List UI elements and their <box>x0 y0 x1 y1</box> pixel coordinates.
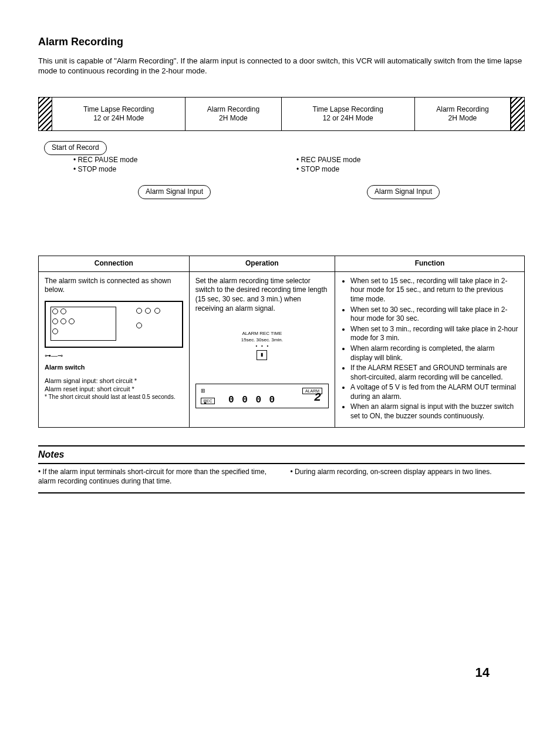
alarm-switch-label: Alarm switch <box>45 363 183 371</box>
conn-note: Alarm signal input: short circuit * <box>45 377 183 385</box>
alarm-signal-label: Alarm Signal Input <box>367 185 440 199</box>
connection-diagram <box>45 301 183 348</box>
mode-item: REC PAUSE mode <box>296 156 360 165</box>
timeline-cell: Time Lapse Recording 12 or 24H Mode <box>52 98 185 130</box>
rec-indicator: REC <box>201 398 215 404</box>
connection-operation-function-table: Connection Operation Function The alarm … <box>38 256 525 428</box>
conn-note: Alarm reset input: short circuit * <box>45 385 183 393</box>
mode-item: STOP mode <box>73 165 137 174</box>
timeline-cell-sub: 12 or 24H Mode <box>93 114 144 123</box>
mode-item: STOP mode <box>296 165 360 174</box>
display-big-digit: 2 <box>314 390 321 405</box>
function-item: When set to 30 sec., recording will take… <box>350 305 518 324</box>
alarm-signal-label: Alarm Signal Input <box>138 185 211 199</box>
timeline-cell-label: Time Lapse Recording <box>83 105 154 115</box>
function-item: When an alarm signal is input with the b… <box>350 402 518 421</box>
intro-text: This unit is capable of "Alarm Recording… <box>38 56 525 76</box>
timeline-cell: Alarm Recording 2H Mode <box>415 98 511 130</box>
conn-footnote: * The short circuit should last at least… <box>45 393 183 401</box>
timeline-cell-label: Alarm Recording <box>207 105 259 115</box>
page-number: 14 <box>475 664 490 681</box>
cell-function: When set to 15 sec., recording will take… <box>335 271 525 427</box>
function-item: A voltage of 5 V is fed from the ALARM O… <box>350 383 518 401</box>
timeline-cell-sub: 12 or 24H Mode <box>323 114 373 123</box>
connection-lead: The alarm switch is connected as shown b… <box>45 277 183 295</box>
function-item: When set to 3 min., recording will take … <box>350 325 518 343</box>
cell-operation: Set the alarm recording time selector sw… <box>189 271 335 427</box>
notes-heading: Notes <box>38 449 525 461</box>
timeline-endcap-left <box>38 98 52 130</box>
function-item: When set to 15 sec., recording will take… <box>350 277 518 304</box>
counter: 0 0 0 0 <box>228 395 276 405</box>
divider <box>38 492 525 493</box>
timeline-cell: Alarm Recording 2H Mode <box>185 98 281 130</box>
timeline-cell-sub: 2H Mode <box>219 114 248 123</box>
start-of-record-label: Start of Record <box>44 141 107 155</box>
timeline-cell-sub: 2H Mode <box>448 114 477 123</box>
divider <box>38 445 525 446</box>
operation-lead: Set the alarm recording time selector sw… <box>195 277 329 313</box>
cell-connection: The alarm switch is connected as shown b… <box>39 271 190 427</box>
page-title: Alarm Recording <box>38 35 525 49</box>
operation-display: ⊞ ALARM REC 0 0 0 0 2 ▸ <box>195 384 329 408</box>
op-diag-sub: 15sec. 30sec. 3min. <box>195 337 329 343</box>
mode-item: REC PAUSE mode <box>73 156 137 165</box>
note-left: If the alarm input terminals short-circu… <box>38 468 273 486</box>
th-connection: Connection <box>39 256 190 272</box>
th-operation: Operation <box>189 256 335 272</box>
timeline-cell: Time Lapse Recording 12 or 24H Mode <box>282 98 415 130</box>
function-item: If the ALARM RESET and GROUND terminals … <box>350 364 518 382</box>
timeline-diagram: Time Lapse Recording 12 or 24H Mode Alar… <box>38 97 525 197</box>
op-diag-title: ALARM REC TIME <box>195 331 329 337</box>
note-right: During alarm recording, on-screen displa… <box>291 468 525 486</box>
timeline-cell-label: Alarm Recording <box>436 105 488 115</box>
divider <box>38 463 525 464</box>
operation-switch-diagram: ALARM REC TIME 15sec. 30sec. 3min. • • •… <box>195 331 329 360</box>
timeline-endcap-right <box>511 98 525 130</box>
function-item: When alarm recording is completed, the a… <box>350 344 518 362</box>
function-list: When set to 15 sec., recording will take… <box>341 277 518 421</box>
th-function: Function <box>335 256 525 272</box>
timeline-cell-label: Time Lapse Recording <box>313 105 383 115</box>
